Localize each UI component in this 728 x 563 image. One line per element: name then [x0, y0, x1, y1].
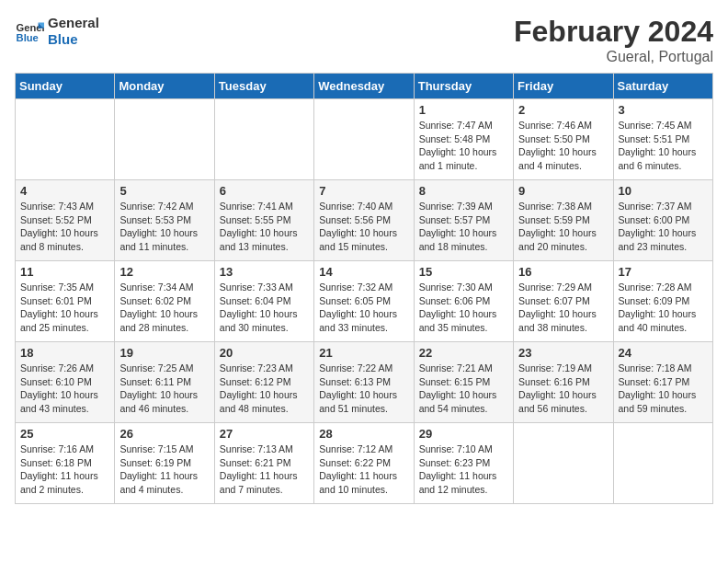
day-info: Sunrise: 7:39 AM Sunset: 5:57 PM Dayligh… — [419, 200, 508, 254]
calendar-cell: 26Sunrise: 7:15 AM Sunset: 6:19 PM Dayli… — [115, 423, 214, 504]
calendar-cell: 8Sunrise: 7:39 AM Sunset: 5:57 PM Daylig… — [414, 180, 513, 261]
day-info: Sunrise: 7:34 AM Sunset: 6:02 PM Dayligh… — [119, 281, 209, 335]
calendar-cell — [16, 99, 115, 180]
calendar-table: SundayMondayTuesdayWednesdayThursdayFrid… — [15, 73, 713, 504]
calendar-cell: 11Sunrise: 7:35 AM Sunset: 6:01 PM Dayli… — [16, 261, 115, 342]
day-number: 20 — [220, 346, 309, 360]
day-number: 10 — [619, 184, 708, 198]
column-header-monday: Monday — [115, 74, 214, 99]
calendar-cell: 24Sunrise: 7:18 AM Sunset: 6:17 PM Dayli… — [613, 342, 712, 423]
day-number: 6 — [220, 184, 309, 198]
page-title: February 2024 — [514, 15, 713, 49]
day-info: Sunrise: 7:47 AM Sunset: 5:48 PM Dayligh… — [419, 119, 508, 173]
day-number: 11 — [20, 265, 109, 279]
day-number: 14 — [319, 265, 408, 279]
day-number: 12 — [119, 265, 209, 279]
page-header: General Blue General Blue February 2024 … — [15, 15, 713, 65]
day-number: 17 — [619, 265, 708, 279]
day-number: 26 — [119, 427, 209, 441]
day-number: 29 — [419, 427, 508, 441]
calendar-cell: 2Sunrise: 7:46 AM Sunset: 5:50 PM Daylig… — [514, 99, 613, 180]
calendar-cell: 1Sunrise: 7:47 AM Sunset: 5:48 PM Daylig… — [414, 99, 513, 180]
day-number: 3 — [619, 103, 708, 117]
day-number: 2 — [518, 103, 608, 117]
calendar-cell: 12Sunrise: 7:34 AM Sunset: 6:02 PM Dayli… — [115, 261, 214, 342]
calendar-cell: 19Sunrise: 7:25 AM Sunset: 6:11 PM Dayli… — [115, 342, 214, 423]
calendar-cell: 4Sunrise: 7:43 AM Sunset: 5:52 PM Daylig… — [16, 180, 115, 261]
day-info: Sunrise: 7:33 AM Sunset: 6:04 PM Dayligh… — [220, 281, 309, 335]
column-header-thursday: Thursday — [414, 74, 513, 99]
day-number: 4 — [20, 184, 109, 198]
day-info: Sunrise: 7:12 AM Sunset: 6:22 PM Dayligh… — [319, 442, 408, 497]
day-info: Sunrise: 7:23 AM Sunset: 6:12 PM Dayligh… — [220, 362, 309, 416]
calendar-cell — [115, 99, 214, 180]
day-info: Sunrise: 7:28 AM Sunset: 6:09 PM Dayligh… — [619, 281, 708, 335]
day-info: Sunrise: 7:30 AM Sunset: 6:06 PM Dayligh… — [419, 281, 508, 335]
day-info: Sunrise: 7:42 AM Sunset: 5:53 PM Dayligh… — [119, 200, 209, 254]
column-header-saturday: Saturday — [613, 74, 712, 99]
day-info: Sunrise: 7:41 AM Sunset: 5:55 PM Dayligh… — [220, 200, 309, 254]
calendar-cell: 3Sunrise: 7:45 AM Sunset: 5:51 PM Daylig… — [613, 99, 712, 180]
calendar-cell: 6Sunrise: 7:41 AM Sunset: 5:55 PM Daylig… — [214, 180, 313, 261]
calendar-cell: 18Sunrise: 7:26 AM Sunset: 6:10 PM Dayli… — [16, 342, 115, 423]
day-number: 22 — [419, 346, 508, 360]
calendar-cell: 7Sunrise: 7:40 AM Sunset: 5:56 PM Daylig… — [314, 180, 414, 261]
calendar-cell: 29Sunrise: 7:10 AM Sunset: 6:23 PM Dayli… — [414, 423, 513, 504]
day-number: 18 — [20, 346, 109, 360]
day-info: Sunrise: 7:19 AM Sunset: 6:16 PM Dayligh… — [518, 362, 608, 416]
calendar-cell — [613, 423, 712, 504]
calendar-cell — [214, 99, 313, 180]
calendar-week-4: 18Sunrise: 7:26 AM Sunset: 6:10 PM Dayli… — [16, 342, 713, 423]
day-number: 1 — [419, 103, 508, 117]
day-number: 5 — [119, 184, 209, 198]
day-number: 7 — [319, 184, 408, 198]
calendar-week-5: 25Sunrise: 7:16 AM Sunset: 6:18 PM Dayli… — [16, 423, 713, 504]
calendar-cell: 14Sunrise: 7:32 AM Sunset: 6:05 PM Dayli… — [314, 261, 414, 342]
calendar-cell: 16Sunrise: 7:29 AM Sunset: 6:07 PM Dayli… — [514, 261, 613, 342]
calendar-cell: 13Sunrise: 7:33 AM Sunset: 6:04 PM Dayli… — [214, 261, 313, 342]
day-number: 13 — [220, 265, 309, 279]
logo-icon: General Blue — [15, 17, 44, 46]
logo-text-blue: Blue — [48, 31, 99, 48]
day-info: Sunrise: 7:29 AM Sunset: 6:07 PM Dayligh… — [518, 281, 608, 335]
column-header-sunday: Sunday — [16, 74, 115, 99]
day-info: Sunrise: 7:43 AM Sunset: 5:52 PM Dayligh… — [20, 200, 109, 254]
day-info: Sunrise: 7:46 AM Sunset: 5:50 PM Dayligh… — [518, 119, 608, 173]
day-number: 9 — [518, 184, 608, 198]
calendar-week-3: 11Sunrise: 7:35 AM Sunset: 6:01 PM Dayli… — [16, 261, 713, 342]
calendar-week-2: 4Sunrise: 7:43 AM Sunset: 5:52 PM Daylig… — [16, 180, 713, 261]
logo: General Blue General Blue — [15, 15, 99, 48]
calendar-cell: 15Sunrise: 7:30 AM Sunset: 6:06 PM Dayli… — [414, 261, 513, 342]
day-info: Sunrise: 7:16 AM Sunset: 6:18 PM Dayligh… — [20, 442, 109, 497]
day-info: Sunrise: 7:18 AM Sunset: 6:17 PM Dayligh… — [619, 362, 708, 416]
column-header-wednesday: Wednesday — [314, 74, 414, 99]
calendar-cell: 10Sunrise: 7:37 AM Sunset: 6:00 PM Dayli… — [613, 180, 712, 261]
day-number: 25 — [20, 427, 109, 441]
calendar-cell: 5Sunrise: 7:42 AM Sunset: 5:53 PM Daylig… — [115, 180, 214, 261]
title-block: February 2024 Gueral, Portugal — [514, 15, 713, 65]
day-number: 27 — [220, 427, 309, 441]
day-number: 16 — [518, 265, 608, 279]
column-header-friday: Friday — [514, 74, 613, 99]
day-number: 8 — [419, 184, 508, 198]
svg-text:Blue: Blue — [17, 32, 39, 43]
day-number: 24 — [619, 346, 708, 360]
calendar-cell: 21Sunrise: 7:22 AM Sunset: 6:13 PM Dayli… — [314, 342, 414, 423]
calendar-cell: 20Sunrise: 7:23 AM Sunset: 6:12 PM Dayli… — [214, 342, 313, 423]
day-number: 15 — [419, 265, 508, 279]
day-info: Sunrise: 7:26 AM Sunset: 6:10 PM Dayligh… — [20, 362, 109, 416]
calendar-cell: 22Sunrise: 7:21 AM Sunset: 6:15 PM Dayli… — [414, 342, 513, 423]
day-number: 23 — [518, 346, 608, 360]
calendar-cell: 27Sunrise: 7:13 AM Sunset: 6:21 PM Dayli… — [214, 423, 313, 504]
calendar-cell: 17Sunrise: 7:28 AM Sunset: 6:09 PM Dayli… — [613, 261, 712, 342]
day-info: Sunrise: 7:38 AM Sunset: 5:59 PM Dayligh… — [518, 200, 608, 254]
calendar-header-row: SundayMondayTuesdayWednesdayThursdayFrid… — [16, 74, 713, 99]
day-info: Sunrise: 7:40 AM Sunset: 5:56 PM Dayligh… — [319, 200, 408, 254]
day-number: 21 — [319, 346, 408, 360]
day-info: Sunrise: 7:13 AM Sunset: 6:21 PM Dayligh… — [220, 442, 309, 497]
day-info: Sunrise: 7:35 AM Sunset: 6:01 PM Dayligh… — [20, 281, 109, 335]
logo-text-general: General — [48, 15, 99, 31]
day-number: 19 — [119, 346, 209, 360]
calendar-cell: 28Sunrise: 7:12 AM Sunset: 6:22 PM Dayli… — [314, 423, 414, 504]
calendar-week-1: 1Sunrise: 7:47 AM Sunset: 5:48 PM Daylig… — [16, 99, 713, 180]
